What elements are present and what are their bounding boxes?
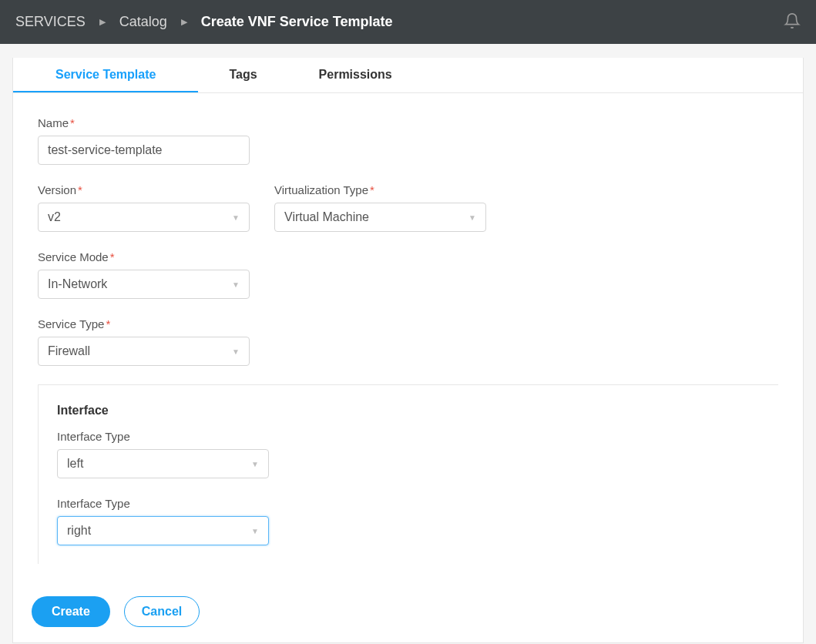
virt-label: Virtualization Type* [274,183,486,196]
interface-type-1-group: Interface Type left ▼ [57,430,760,478]
notification-bell-icon[interactable] [784,12,801,32]
chevron-right-icon: ▶ [99,17,106,27]
breadcrumb-catalog[interactable]: Catalog [119,14,167,30]
version-label: Version* [38,183,250,196]
row-version-virt: Version* v2 ▼ Virtualization Type* Virtu… [38,183,778,250]
required-star: * [106,317,110,330]
mode-field-group: Service Mode* In-Network ▼ [38,250,778,299]
interface-type-1-select[interactable]: left ▼ [57,449,269,478]
required-star: * [110,250,115,263]
interface-section: Interface Interface Type left ▼ Interfac… [38,384,778,564]
chevron-down-icon: ▼ [232,280,240,289]
cancel-button[interactable]: Cancel [124,596,200,627]
chevron-right-icon: ▶ [181,17,187,27]
breadcrumb-services[interactable]: SERVICES [15,14,86,30]
virt-value: Virtual Machine [284,210,369,224]
name-input[interactable] [38,136,250,165]
chevron-down-icon: ▼ [232,213,240,222]
chevron-down-icon: ▼ [251,460,259,468]
interface-section-title: Interface [57,404,760,418]
type-value: Firewall [48,344,90,358]
breadcrumb: SERVICES ▶ Catalog ▶ Create VNF Service … [15,14,393,30]
version-field-group: Version* v2 ▼ [38,183,250,232]
virt-field-group: Virtualization Type* Virtual Machine ▼ [274,183,486,232]
interface-type-2-group: Interface Type right ▼ [57,497,760,545]
mode-label: Service Mode* [38,250,778,263]
mode-select[interactable]: In-Network ▼ [38,270,250,299]
content-wrapper: Service Template Tags Permissions Name* … [0,44,816,643]
create-button[interactable]: Create [32,596,110,627]
tabs: Service Template Tags Permissions [13,58,803,93]
required-star: * [70,116,75,129]
footer-buttons: Create Cancel [13,572,803,627]
chevron-down-icon: ▼ [232,347,240,356]
interface-type-2-select[interactable]: right ▼ [57,516,269,545]
type-label: Service Type* [38,317,778,330]
form-body: Name* Version* v2 ▼ Virtualization T [13,93,803,572]
version-select[interactable]: v2 ▼ [38,203,250,232]
virt-select[interactable]: Virtual Machine ▼ [274,203,486,232]
panel: Service Template Tags Permissions Name* … [12,58,804,643]
mode-value: In-Network [48,277,107,291]
chevron-down-icon: ▼ [468,213,476,222]
interface-type-1-value: left [67,457,83,471]
tab-service-template[interactable]: Service Template [13,58,198,92]
header-bar: SERVICES ▶ Catalog ▶ Create VNF Service … [0,0,816,44]
type-field-group: Service Type* Firewall ▼ [38,317,778,366]
type-select[interactable]: Firewall ▼ [38,337,250,366]
tab-tags[interactable]: Tags [198,58,287,92]
tab-permissions[interactable]: Permissions [288,58,423,92]
name-label: Name* [38,116,778,129]
chevron-down-icon: ▼ [251,527,259,535]
name-field-group: Name* [38,116,778,165]
interface-type-1-label: Interface Type [57,430,760,443]
version-value: v2 [48,210,61,224]
required-star: * [78,183,82,196]
required-star: * [370,183,374,196]
interface-type-2-label: Interface Type [57,497,760,510]
page-title: Create VNF Service Template [201,14,393,30]
interface-type-2-value: right [67,524,91,538]
